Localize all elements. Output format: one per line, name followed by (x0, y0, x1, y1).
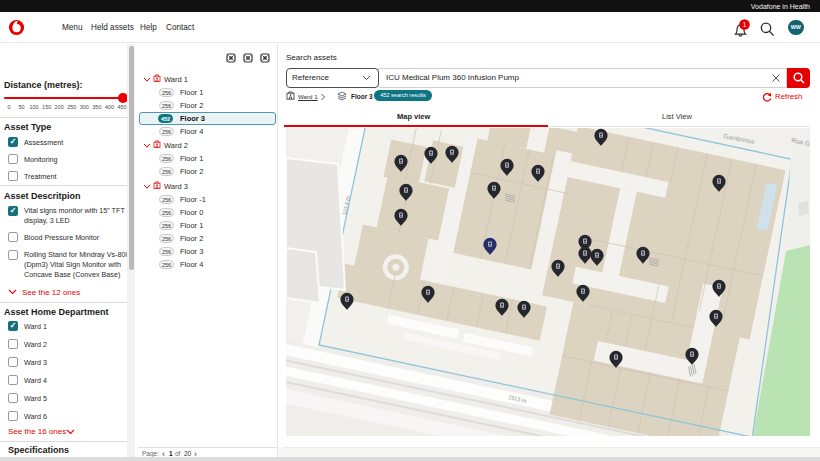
svg-text:1: 1 (743, 21, 747, 28)
